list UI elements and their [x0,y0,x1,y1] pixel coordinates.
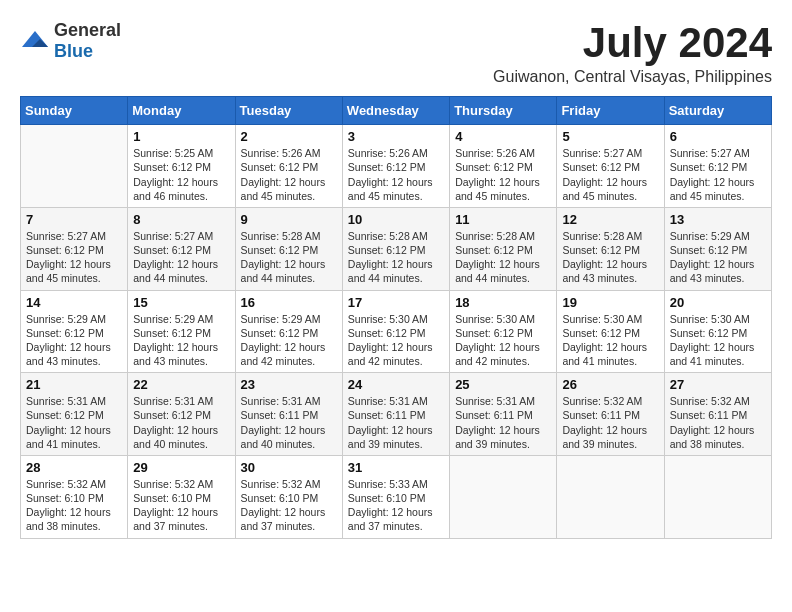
day-number: 27 [670,377,766,392]
day-number: 19 [562,295,658,310]
day-number: 9 [241,212,337,227]
day-info: Sunrise: 5:30 AMSunset: 6:12 PMDaylight:… [562,312,658,369]
day-number: 14 [26,295,122,310]
calendar-header-tuesday: Tuesday [235,97,342,125]
day-info: Sunrise: 5:31 AMSunset: 6:12 PMDaylight:… [133,394,229,451]
day-number: 3 [348,129,444,144]
calendar-cell: 12Sunrise: 5:28 AMSunset: 6:12 PMDayligh… [557,207,664,290]
day-number: 25 [455,377,551,392]
calendar-cell [557,455,664,538]
calendar-cell: 3Sunrise: 5:26 AMSunset: 6:12 PMDaylight… [342,125,449,208]
day-number: 13 [670,212,766,227]
day-number: 20 [670,295,766,310]
calendar-table: SundayMondayTuesdayWednesdayThursdayFrid… [20,96,772,538]
calendar-cell [450,455,557,538]
day-info: Sunrise: 5:26 AMSunset: 6:12 PMDaylight:… [241,146,337,203]
calendar-cell: 5Sunrise: 5:27 AMSunset: 6:12 PMDaylight… [557,125,664,208]
day-info: Sunrise: 5:26 AMSunset: 6:12 PMDaylight:… [455,146,551,203]
day-info: Sunrise: 5:33 AMSunset: 6:10 PMDaylight:… [348,477,444,534]
day-info: Sunrise: 5:29 AMSunset: 6:12 PMDaylight:… [241,312,337,369]
logo-text-general: General [54,20,121,40]
calendar-body: 1Sunrise: 5:25 AMSunset: 6:12 PMDaylight… [21,125,772,538]
day-info: Sunrise: 5:29 AMSunset: 6:12 PMDaylight:… [670,229,766,286]
day-number: 23 [241,377,337,392]
day-info: Sunrise: 5:25 AMSunset: 6:12 PMDaylight:… [133,146,229,203]
day-number: 8 [133,212,229,227]
calendar-cell [664,455,771,538]
calendar-cell: 28Sunrise: 5:32 AMSunset: 6:10 PMDayligh… [21,455,128,538]
day-info: Sunrise: 5:27 AMSunset: 6:12 PMDaylight:… [26,229,122,286]
calendar-cell: 2Sunrise: 5:26 AMSunset: 6:12 PMDaylight… [235,125,342,208]
calendar-cell: 29Sunrise: 5:32 AMSunset: 6:10 PMDayligh… [128,455,235,538]
day-number: 11 [455,212,551,227]
day-number: 6 [670,129,766,144]
calendar-cell: 26Sunrise: 5:32 AMSunset: 6:11 PMDayligh… [557,373,664,456]
day-info: Sunrise: 5:28 AMSunset: 6:12 PMDaylight:… [348,229,444,286]
day-number: 2 [241,129,337,144]
calendar-cell: 7Sunrise: 5:27 AMSunset: 6:12 PMDaylight… [21,207,128,290]
calendar-cell: 13Sunrise: 5:29 AMSunset: 6:12 PMDayligh… [664,207,771,290]
calendar-header-friday: Friday [557,97,664,125]
day-number: 18 [455,295,551,310]
calendar-week-row: 21Sunrise: 5:31 AMSunset: 6:12 PMDayligh… [21,373,772,456]
day-number: 4 [455,129,551,144]
calendar-week-row: 1Sunrise: 5:25 AMSunset: 6:12 PMDaylight… [21,125,772,208]
calendar-cell: 14Sunrise: 5:29 AMSunset: 6:12 PMDayligh… [21,290,128,373]
day-info: Sunrise: 5:30 AMSunset: 6:12 PMDaylight:… [455,312,551,369]
day-number: 28 [26,460,122,475]
calendar-cell: 19Sunrise: 5:30 AMSunset: 6:12 PMDayligh… [557,290,664,373]
calendar-cell: 17Sunrise: 5:30 AMSunset: 6:12 PMDayligh… [342,290,449,373]
day-info: Sunrise: 5:28 AMSunset: 6:12 PMDaylight:… [562,229,658,286]
day-number: 7 [26,212,122,227]
logo: General Blue [20,20,121,62]
day-number: 21 [26,377,122,392]
day-number: 31 [348,460,444,475]
day-number: 24 [348,377,444,392]
calendar-header-sunday: Sunday [21,97,128,125]
day-number: 29 [133,460,229,475]
day-number: 12 [562,212,658,227]
day-info: Sunrise: 5:28 AMSunset: 6:12 PMDaylight:… [455,229,551,286]
page-header: General Blue July 2024 Guiwanon, Central… [20,20,772,86]
calendar-cell: 11Sunrise: 5:28 AMSunset: 6:12 PMDayligh… [450,207,557,290]
day-info: Sunrise: 5:30 AMSunset: 6:12 PMDaylight:… [348,312,444,369]
calendar-cell: 20Sunrise: 5:30 AMSunset: 6:12 PMDayligh… [664,290,771,373]
day-info: Sunrise: 5:31 AMSunset: 6:11 PMDaylight:… [241,394,337,451]
day-info: Sunrise: 5:31 AMSunset: 6:12 PMDaylight:… [26,394,122,451]
calendar-cell: 22Sunrise: 5:31 AMSunset: 6:12 PMDayligh… [128,373,235,456]
day-info: Sunrise: 5:28 AMSunset: 6:12 PMDaylight:… [241,229,337,286]
day-number: 26 [562,377,658,392]
calendar-cell: 6Sunrise: 5:27 AMSunset: 6:12 PMDaylight… [664,125,771,208]
day-number: 5 [562,129,658,144]
day-info: Sunrise: 5:26 AMSunset: 6:12 PMDaylight:… [348,146,444,203]
calendar-week-row: 14Sunrise: 5:29 AMSunset: 6:12 PMDayligh… [21,290,772,373]
calendar-cell: 16Sunrise: 5:29 AMSunset: 6:12 PMDayligh… [235,290,342,373]
day-number: 15 [133,295,229,310]
calendar-cell: 30Sunrise: 5:32 AMSunset: 6:10 PMDayligh… [235,455,342,538]
calendar-cell [21,125,128,208]
month-title: July 2024 [493,20,772,66]
day-info: Sunrise: 5:31 AMSunset: 6:11 PMDaylight:… [348,394,444,451]
day-info: Sunrise: 5:29 AMSunset: 6:12 PMDaylight:… [133,312,229,369]
calendar-cell: 18Sunrise: 5:30 AMSunset: 6:12 PMDayligh… [450,290,557,373]
calendar-cell: 1Sunrise: 5:25 AMSunset: 6:12 PMDaylight… [128,125,235,208]
calendar-cell: 8Sunrise: 5:27 AMSunset: 6:12 PMDaylight… [128,207,235,290]
calendar-cell: 9Sunrise: 5:28 AMSunset: 6:12 PMDaylight… [235,207,342,290]
day-info: Sunrise: 5:32 AMSunset: 6:11 PMDaylight:… [562,394,658,451]
calendar-header-monday: Monday [128,97,235,125]
calendar-cell: 4Sunrise: 5:26 AMSunset: 6:12 PMDaylight… [450,125,557,208]
calendar-header-wednesday: Wednesday [342,97,449,125]
day-number: 17 [348,295,444,310]
day-info: Sunrise: 5:32 AMSunset: 6:10 PMDaylight:… [241,477,337,534]
day-number: 16 [241,295,337,310]
title-block: July 2024 Guiwanon, Central Visayas, Phi… [493,20,772,86]
day-info: Sunrise: 5:32 AMSunset: 6:11 PMDaylight:… [670,394,766,451]
logo-text-blue: Blue [54,41,93,61]
day-info: Sunrise: 5:29 AMSunset: 6:12 PMDaylight:… [26,312,122,369]
day-info: Sunrise: 5:30 AMSunset: 6:12 PMDaylight:… [670,312,766,369]
calendar-cell: 27Sunrise: 5:32 AMSunset: 6:11 PMDayligh… [664,373,771,456]
calendar-cell: 25Sunrise: 5:31 AMSunset: 6:11 PMDayligh… [450,373,557,456]
calendar-week-row: 7Sunrise: 5:27 AMSunset: 6:12 PMDaylight… [21,207,772,290]
day-info: Sunrise: 5:31 AMSunset: 6:11 PMDaylight:… [455,394,551,451]
logo-icon [20,29,50,53]
